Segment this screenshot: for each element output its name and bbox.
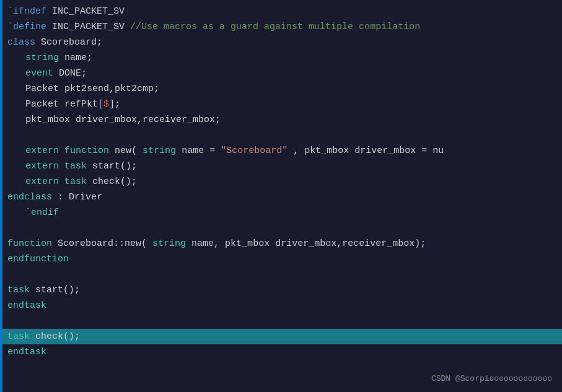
keyword-task-2: task bbox=[64, 176, 87, 187]
code-line-4: string name; bbox=[0, 50, 562, 66]
code-line-22: task check(); bbox=[0, 329, 562, 344]
text-comma-mbox: , pkt_mbox driver_mbox = nu bbox=[293, 146, 444, 156]
text-scoreboard-class: Scoreboard; bbox=[41, 37, 102, 48]
text-check-call: check(); bbox=[35, 331, 80, 342]
text-name: name; bbox=[64, 53, 92, 63]
text-bracket-close: ]; bbox=[109, 99, 120, 110]
keyword-function-2: function bbox=[7, 238, 52, 249]
text-pkt-mbox: pkt_mbox driver_mbox,receiver_mbox; bbox=[25, 115, 221, 125]
code-line-16: function Scoreboard::new( string name, p… bbox=[0, 236, 562, 251]
code-line-18 bbox=[0, 267, 562, 282]
keyword-task-3: task bbox=[7, 285, 30, 295]
code-line-7: Packet refPkt[$]; bbox=[0, 97, 562, 112]
text-name-param-2: name, pkt_mbox driver_mbox,receiver_mbox… bbox=[191, 238, 426, 249]
code-line-14: `endif bbox=[0, 205, 562, 220]
code-line-20: endtask bbox=[0, 298, 562, 313]
text-done: DONE; bbox=[59, 68, 87, 79]
keyword-endclass: endclass bbox=[7, 192, 52, 203]
code-line-23: endtask bbox=[0, 344, 562, 360]
code-line-5: event DONE; bbox=[0, 66, 562, 81]
comment-macros: //Use macros as a guard against multiple… bbox=[130, 22, 420, 32]
code-line-8: pkt_mbox driver_mbox,receiver_mbox; bbox=[0, 112, 562, 128]
code-line-15 bbox=[0, 220, 562, 236]
text-scoreboard-new: Scoreboard::new( bbox=[58, 238, 147, 249]
watermark: CSDN @Scorpiooooooooooooo bbox=[431, 373, 552, 386]
code-line-11: extern task start(); bbox=[0, 159, 562, 174]
code-line-6: Packet pkt2send,pkt2cmp; bbox=[0, 81, 562, 97]
keyword-extern-2: extern bbox=[25, 161, 59, 172]
code-line-21 bbox=[0, 313, 562, 329]
code-line-17: endfunction bbox=[0, 251, 562, 267]
keyword-ifndef: `ifndef bbox=[7, 6, 46, 17]
code-line-1: `ifndef INC_PACKET_SV bbox=[0, 4, 562, 19]
string-scoreboard: "Scoreboard" bbox=[221, 146, 288, 156]
code-line-2: `define INC_PACKET_SV //Use macros as a … bbox=[0, 19, 562, 35]
keyword-endtask-1: endtask bbox=[7, 300, 46, 311]
code-editor: `ifndef INC_PACKET_SV `define INC_PACKET… bbox=[0, 0, 562, 392]
left-accent-bar bbox=[0, 0, 2, 392]
text-inc-packet-sv-2: INC_PACKET_SV bbox=[52, 22, 130, 32]
text-name-param: name = bbox=[182, 146, 221, 156]
text-new: new( bbox=[115, 146, 137, 156]
text-inc-packet-sv-1: INC_PACKET_SV bbox=[52, 6, 125, 17]
keyword-task-1: task bbox=[64, 161, 87, 172]
keyword-event: event bbox=[25, 68, 53, 79]
keyword-string: string bbox=[25, 53, 59, 63]
keyword-function-1: function bbox=[64, 146, 109, 156]
dollar-sign: $ bbox=[103, 99, 109, 110]
keyword-extern-3: extern bbox=[25, 176, 59, 187]
keyword-class: class bbox=[7, 37, 35, 48]
code-line-9 bbox=[0, 128, 562, 143]
code-line-12: extern task check(); bbox=[0, 174, 562, 189]
keyword-endif: `endif bbox=[25, 207, 59, 218]
text-packet-ref: Packet refPkt[ bbox=[25, 99, 103, 110]
keyword-task-4: task bbox=[7, 331, 30, 342]
text-packet-send: Packet pkt2send,pkt2cmp; bbox=[25, 84, 159, 94]
code-line-13: endclass : Driver bbox=[0, 189, 562, 205]
code-line-10: extern function new( string name = "Scor… bbox=[0, 143, 562, 159]
text-check-func: check(); bbox=[92, 176, 137, 187]
text-driver: : Driver bbox=[58, 192, 102, 203]
text-start-func: start(); bbox=[92, 161, 137, 172]
keyword-endfunction: endfunction bbox=[7, 254, 69, 264]
code-line-19: task start(); bbox=[0, 282, 562, 298]
keyword-string-3: string bbox=[152, 238, 186, 249]
keyword-string-2: string bbox=[143, 146, 176, 156]
text-start-call: start(); bbox=[35, 285, 80, 295]
keyword-endtask-2: endtask bbox=[7, 347, 46, 357]
code-line-3: class Scoreboard; bbox=[0, 35, 562, 50]
keyword-define: `define bbox=[7, 22, 46, 32]
keyword-extern-1: extern bbox=[25, 146, 59, 156]
